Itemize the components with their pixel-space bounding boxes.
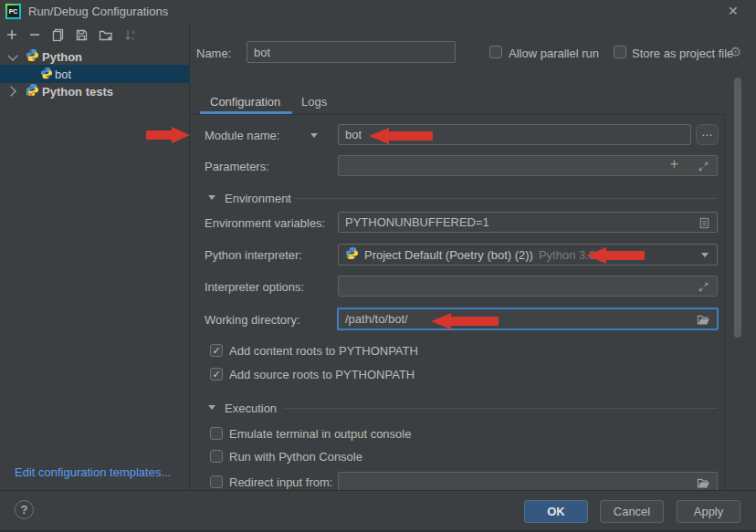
tree-item-python-group[interactable]: Python [0, 47, 189, 66]
tab-logs[interactable]: Logs [301, 95, 327, 109]
interpreter-dropdown-icon[interactable] [701, 253, 709, 257]
help-icon[interactable]: ? [15, 500, 34, 519]
annotation-arrow-left [586, 247, 645, 264]
working-directory-label: Working directory: [205, 313, 300, 327]
environment-variables-label: Environment variables: [205, 216, 325, 230]
environment-variables-value: PYTHONUNBUFFERED=1 [345, 215, 489, 229]
target-type-dropdown-icon[interactable] [310, 133, 318, 138]
interpreter-options-label: Interpreter options: [205, 280, 304, 294]
module-browse-button[interactable]: … [696, 124, 719, 145]
parameters-label: Parameters: [205, 160, 269, 173]
python-interpreter-label: Python interpreter: [205, 248, 302, 262]
remove-configuration-icon[interactable] [27, 27, 42, 42]
save-configuration-icon[interactable] [74, 27, 89, 42]
tree-item-bot[interactable]: bot [0, 65, 189, 83]
working-directory-value: /path/to/bot/ [345, 312, 408, 326]
annotation-arrow-left [369, 128, 433, 144]
check-icon: ✓ [212, 370, 220, 380]
tree-item-label: Python tests [42, 85, 113, 99]
new-folder-icon[interactable] [98, 27, 114, 42]
add-macro-icon[interactable]: + [670, 156, 678, 172]
python-icon [40, 67, 53, 82]
python-interpreter-combobox[interactable]: Project Default (Poetry (bot) (2)) Pytho… [338, 244, 718, 266]
edit-configuration-templates-link[interactable]: Edit configuration templates... [15, 465, 171, 479]
expand-field-icon[interactable] [697, 160, 709, 172]
annotation-arrow-right [146, 127, 190, 143]
tab-configuration[interactable]: Configuration [210, 95, 280, 109]
vertical-scrollbar[interactable] [734, 78, 741, 338]
env-vars-list-icon[interactable] [698, 216, 710, 229]
module-name-label[interactable]: Module name: [205, 129, 279, 142]
svg-text:z: z [131, 36, 134, 41]
sidebar-toolbar: az [0, 27, 189, 46]
expand-field-icon[interactable] [697, 280, 709, 293]
run-python-console-checkbox[interactable] [210, 450, 223, 463]
environment-section-title[interactable]: Environment [225, 192, 291, 205]
environment-section-divider [294, 198, 718, 199]
poetry-python-icon [345, 246, 359, 263]
add-content-roots-label: Add content roots to PYTHONPATH [229, 344, 418, 358]
pycharm-logo-icon: PC [5, 4, 21, 19]
sort-alphabetically-icon[interactable]: az [122, 27, 137, 42]
execution-section-divider [283, 408, 718, 409]
name-label: Name: [196, 47, 231, 60]
tabs-divider [190, 114, 725, 115]
environment-section-collapse-icon[interactable] [208, 195, 215, 200]
apply-button-label: Apply [694, 505, 724, 518]
add-source-roots-label: Add source roots to PYTHONPATH [229, 368, 415, 381]
execution-section-collapse-icon[interactable] [208, 405, 215, 410]
store-settings-gear-icon[interactable]: ⚙ [730, 44, 741, 60]
folder-icon[interactable] [697, 476, 710, 489]
interpreter-options-input[interactable] [338, 276, 718, 297]
content-right-edge [724, 115, 725, 490]
check-icon: ✓ [212, 346, 220, 356]
redirect-input-label: Redirect input from: [229, 475, 332, 489]
run-python-console-label: Run with Python Console [229, 450, 362, 464]
name-input-value: bot [254, 46, 270, 59]
emulate-terminal-checkbox[interactable] [210, 427, 223, 440]
redirect-input-input[interactable] [338, 472, 718, 490]
sidebar-divider [189, 24, 190, 490]
folder-icon[interactable] [697, 313, 710, 326]
python-interpreter-value: Project Default (Poetry (bot) (2)) [364, 248, 533, 262]
emulate-terminal-label: Emulate terminal in output console [229, 427, 411, 441]
cancel-button[interactable]: Cancel [600, 500, 664, 523]
ok-button-label: OK [547, 505, 565, 518]
title-bar: PC Run/Debug Configurations ✕ [0, 0, 756, 24]
store-as-project-file-checkbox[interactable] [614, 46, 626, 58]
help-glyph: ? [21, 503, 28, 516]
redirect-input-checkbox[interactable] [210, 475, 223, 488]
allow-parallel-run-checkbox[interactable] [489, 46, 502, 58]
tree-item-label: bot [55, 68, 71, 81]
add-source-roots-checkbox[interactable]: ✓ [210, 368, 223, 381]
python-icon [26, 48, 39, 65]
close-icon[interactable]: ✕ [728, 4, 739, 18]
name-input[interactable]: bot [247, 41, 456, 63]
module-name-value: bot [345, 128, 362, 141]
parameters-input[interactable]: + [338, 155, 718, 176]
allow-parallel-run-label: Allow parallel run [509, 47, 599, 60]
browse-dots: … [701, 125, 713, 139]
python-tests-icon [26, 83, 39, 99]
ok-button[interactable]: OK [524, 500, 588, 523]
environment-variables-input[interactable]: PYTHONUNBUFFERED=1 [338, 212, 718, 233]
store-as-project-file-label: Store as project file [632, 47, 733, 60]
copy-configuration-icon[interactable] [50, 27, 65, 42]
cancel-button-label: Cancel [614, 505, 650, 518]
dialog-title: Run/Debug Configurations [28, 5, 168, 18]
apply-button[interactable]: Apply [677, 500, 740, 523]
svg-text:a: a [131, 29, 135, 35]
tree-item-python-tests-group[interactable]: Python tests [0, 82, 189, 100]
footer: ? OK Cancel Apply [0, 490, 756, 530]
chevron-expanded-icon[interactable] [7, 50, 17, 60]
execution-section-title[interactable]: Execution [225, 402, 277, 415]
chevron-collapsed-icon[interactable] [5, 86, 16, 96]
working-directory-input[interactable]: /path/to/bot/ [337, 308, 719, 330]
run-debug-configurations-dialog: PC Run/Debug Configurations ✕ az [0, 0, 756, 532]
sidebar: az Python bot Python tests Edit configu [0, 24, 189, 490]
add-content-roots-checkbox[interactable]: ✓ [210, 344, 223, 357]
tree-item-label: Python [42, 50, 82, 64]
annotation-arrow-left [431, 313, 499, 329]
add-configuration-icon[interactable] [5, 27, 19, 42]
